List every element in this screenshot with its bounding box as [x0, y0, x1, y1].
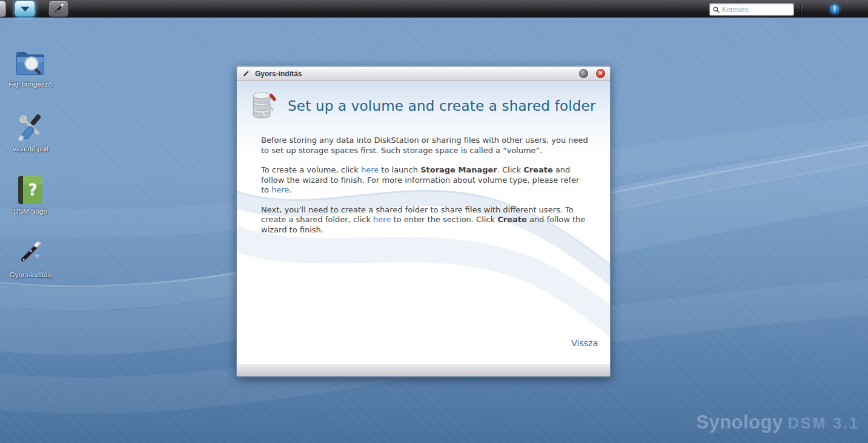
notifications-info-icon[interactable]: ! [829, 4, 840, 15]
svg-text:?: ? [28, 181, 37, 199]
synology-dsm-watermark: Synology DSM 3.1 [696, 412, 860, 433]
text-segment: to launch [379, 165, 420, 174]
search-input[interactable] [722, 5, 790, 14]
control-panel-icon [15, 113, 45, 143]
top-taskbar: ✦ ✦ ! [0, 0, 868, 19]
link-here-volume-type[interactable]: here [271, 185, 289, 194]
file-browser-icon [15, 48, 45, 78]
svg-text:✦: ✦ [28, 248, 33, 254]
link-here-shared-folder[interactable]: here [373, 215, 391, 224]
desktop-icon-control-panel[interactable]: Vezérlő pult [4, 113, 57, 153]
content-heading: Set up a volume and create a shared fold… [288, 98, 596, 114]
svg-text:✦: ✦ [22, 257, 26, 263]
text-segment: Create [497, 215, 527, 224]
magic-wand-icon: ✦ ✦ [53, 3, 65, 15]
magic-wand-icon: ✦ [242, 69, 251, 78]
link-here-storage-manager[interactable]: here [361, 165, 379, 174]
text-segment: Before storing any data into DiskStation… [261, 136, 588, 155]
window-title: Gyors-indítás [255, 70, 571, 78]
desktop-icon-quick-start[interactable]: ✦ ✦ ✦ ✦ Gyors-indítás [4, 238, 57, 279]
search-icon [713, 6, 720, 13]
taskbar-divider [801, 4, 801, 15]
svg-text:✦: ✦ [60, 5, 63, 8]
instruction-text: Before storing any data into DiskStation… [261, 136, 588, 244]
paragraph-volume-intro: Before storing any data into DiskStation… [261, 136, 588, 156]
quick-start-window: ✦ Gyors-indítás ✕ [236, 66, 611, 377]
volume-disk-icon [250, 91, 277, 121]
watermark-version: DSM 3.1 [788, 415, 860, 432]
magic-wand-icon: ✦ ✦ ✦ ✦ [15, 238, 45, 269]
taskbar-partial-button[interactable] [0, 1, 6, 17]
main-menu-button[interactable] [15, 1, 35, 17]
watermark-brand: Synology [696, 412, 783, 433]
back-link[interactable]: Vissza [571, 338, 598, 348]
desktop-icon-label: Vezérlő pult [12, 145, 48, 153]
svg-text:✦: ✦ [36, 240, 42, 247]
window-footer [237, 363, 610, 376]
chevron-down-icon [20, 6, 30, 12]
svg-text:✦: ✦ [34, 252, 40, 260]
minimize-button[interactable] [579, 69, 588, 78]
desktop-icon-file-browser[interactable]: Fájl böngésző [4, 48, 57, 88]
dsm-desktop: Fájl böngésző Vezérlő pult ? [0, 0, 868, 443]
desktop-icon-dsm-help[interactable]: ? DSM Súgó [4, 175, 57, 215]
search-box [709, 3, 794, 16]
desktop-icon-label: Gyors-indítás [10, 271, 51, 279]
taskbar-quick-start-button[interactable]: ✦ ✦ [48, 1, 68, 17]
text-segment: . [289, 185, 291, 194]
help-book-icon: ? [15, 175, 45, 205]
text-segment: To create a volume, click [261, 165, 361, 174]
paragraph-shared-folder: Next, you’ll need to create a shared fol… [261, 205, 588, 235]
text-segment: Create [523, 165, 553, 174]
svg-text:✦: ✦ [247, 70, 250, 73]
desktop-icon-label: Fájl böngésző [8, 80, 52, 88]
content-header: Set up a volume and create a shared fold… [250, 91, 596, 121]
desktop-icon-label: DSM Súgó [13, 208, 47, 215]
window-titlebar[interactable]: ✦ Gyors-indítás ✕ [237, 67, 610, 81]
text-segment: to enter the section. Click [391, 215, 497, 224]
text-segment: . Click [497, 165, 523, 174]
close-button[interactable]: ✕ [596, 69, 605, 78]
paragraph-create-volume: To create a volume, click here to launch… [261, 165, 588, 195]
svg-text:✦: ✦ [55, 9, 58, 13]
window-content: Set up a volume and create a shared fold… [237, 81, 610, 363]
text-segment: Storage Manager [420, 165, 497, 174]
